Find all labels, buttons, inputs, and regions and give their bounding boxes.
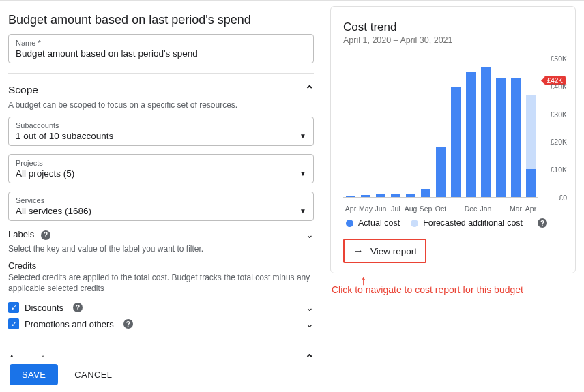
view-report-label: View report [370,246,417,256]
credits-title: Credits [8,260,314,271]
x-tick-label: Dec [463,205,478,213]
help-icon[interactable]: ? [538,218,547,228]
bar-actual [361,195,371,197]
name-input[interactable]: Name * Budget amount based on last perio… [8,34,314,63]
checkbox-checked-icon[interactable]: ✓ [8,318,19,329]
bar-forecast [526,95,536,170]
chart-legend: Actual cost Forecasted additional cost ? [346,218,567,228]
credits-description: Selected credits are applied to the tota… [8,272,314,294]
bar-actual [481,67,491,197]
bar-actual [451,87,461,197]
caret-down-icon: ▼ [300,132,306,140]
chevron-down-icon: ⌄ [306,302,314,313]
subaccounts-value: 1 out of 10 subaccounts [16,131,300,141]
caret-down-icon: ▼ [300,170,306,177]
scope-header[interactable]: Scope ⌃ [8,83,314,96]
services-dropdown[interactable]: Services All services (1686) ▼ [8,192,314,221]
cost-trend-title: Cost trend [343,20,567,34]
x-tick-label: Sep [418,205,433,213]
legend-forecast-label: Forecasted additional cost [423,218,523,228]
y-tick-label: £50K [550,55,567,63]
page-title: Budget amount based on last period's spe… [8,13,314,27]
scope-description: A budget can be scoped to focus on a spe… [8,100,314,110]
bar-actual [526,169,536,197]
x-tick-label: Jan [478,205,493,213]
legend-actual-label: Actual cost [358,218,400,228]
services-label: Services [16,196,306,205]
labels-header[interactable]: Labels ? ⌄ [8,229,314,240]
x-tick-label: Apr [343,205,358,213]
labels-description: Select the key and value of the label yo… [8,244,314,254]
bar-actual [421,189,431,197]
bar-actual [391,194,401,197]
credit-row-promotions[interactable]: ✓ Promotions and others ? ⌄ [8,316,314,332]
y-tick-label: £0 [559,194,567,202]
help-icon[interactable]: ? [73,303,83,312]
x-tick-label: Mar [508,205,523,213]
x-tick-label: Apr [523,205,538,213]
bar-actual [466,72,476,197]
bar-actual [436,147,446,197]
projects-label: Projects [16,159,306,167]
help-icon[interactable]: ? [123,319,133,329]
bar-actual [496,78,506,197]
bottom-action-bar: SAVE CANCEL [0,357,584,392]
date-range: April 1, 2020 – April 30, 2021 [343,35,567,45]
annotation-callout: ↑ Click to navigate to cost report for t… [332,284,576,295]
bar-actual [376,194,386,197]
arrow-right-icon: → [353,245,364,256]
save-button[interactable]: SAVE [10,364,58,385]
x-tick-label: Jun [373,205,388,213]
name-value: Budget amount based on last period's spe… [16,48,306,59]
chevron-down-icon: ⌄ [306,318,314,329]
credit-row-discounts[interactable]: ✓ Discounts ? ⌄ [8,299,314,316]
arrow-up-icon: ↑ [360,273,367,288]
y-tick-label: £20K [550,138,567,146]
services-value: All services (1686) [16,206,300,216]
projects-value: All projects (5) [16,168,300,179]
name-label: Name * [16,39,306,47]
bar-actual [346,196,356,197]
y-tick-label: £30K [550,110,567,119]
projects-dropdown[interactable]: Projects All projects (5) ▼ [8,154,314,183]
bar-actual [511,78,521,197]
bar-actual [406,194,416,197]
x-tick-label: Oct [433,205,448,213]
divider [8,342,314,342]
chevron-up-icon: ⌃ [305,83,314,96]
y-tick-label: £40K [550,82,567,91]
cost-trend-card: Cost trend April 1, 2020 – April 30, 202… [330,6,576,273]
checkbox-checked-icon[interactable]: ✓ [8,302,19,313]
subaccounts-dropdown[interactable]: Subaccounts 1 out of 10 subaccounts ▼ [8,117,314,146]
y-tick-label: £10K [550,166,567,174]
x-tick-label: May [358,205,373,213]
legend-dot-actual-icon [346,220,353,227]
x-tick-label: Aug [403,205,418,213]
cost-trend-chart: £42K £0£10K£20K£30K£40K£50K AprMayJunJul… [343,53,567,213]
cancel-button[interactable]: CANCEL [70,369,116,380]
help-icon[interactable]: ? [41,230,50,240]
caret-down-icon: ▼ [300,207,306,215]
credit-label: Promotions and others [25,319,114,329]
scope-title: Scope [8,84,38,96]
credit-label: Discounts [25,303,63,313]
labels-title: Labels [8,229,34,239]
divider [8,73,314,74]
view-report-button[interactable]: → View report [343,239,426,263]
legend-dot-forecast-icon [411,220,418,227]
subaccounts-label: Subaccounts [16,121,306,130]
x-tick-label: Jul [388,205,403,213]
chevron-down-icon: ⌄ [306,229,314,240]
